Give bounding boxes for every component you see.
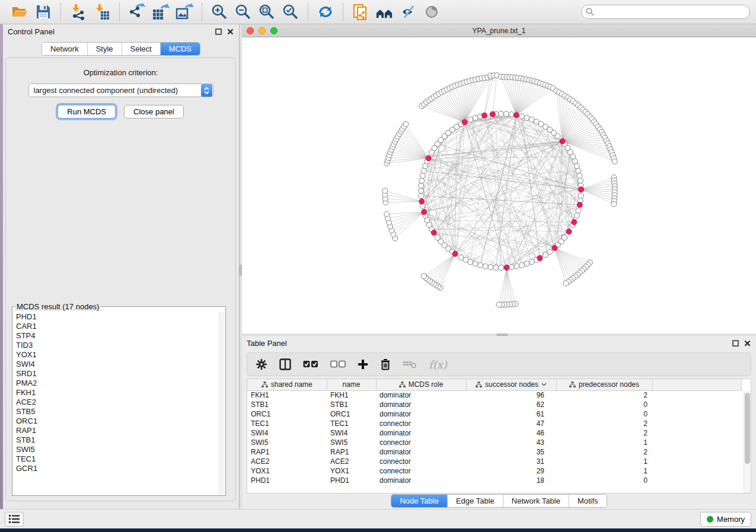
attribute-icon <box>399 382 406 387</box>
table-toolbar: f(x) <box>247 352 751 376</box>
col-mcds-role[interactable]: MCDS role <box>376 379 466 390</box>
deselect-all-icon[interactable] <box>330 360 346 368</box>
table-row[interactable]: ORC1ORC1dominator610 <box>247 409 741 419</box>
zoom-out-icon[interactable] <box>234 3 252 21</box>
export-network-icon[interactable] <box>128 3 146 21</box>
mcds-result-item[interactable]: SWI5 <box>16 445 218 454</box>
mcds-result-list[interactable]: PHD1CAR1STP4TID3YOX1SWI4SRD1PMA2FKH1ACE2… <box>13 312 218 494</box>
control-panel-title: Control Panel <box>8 27 55 36</box>
sort-descending-icon <box>541 383 547 386</box>
criterion-dropdown[interactable]: largest connected component (undirected) <box>28 84 213 97</box>
tab-style[interactable]: Style <box>87 43 122 55</box>
mcds-result-item[interactable]: TEC1 <box>16 454 218 464</box>
add-column-icon[interactable] <box>358 359 368 370</box>
zoom-in-icon[interactable] <box>210 3 228 21</box>
control-panel: Control Panel Network Style Select MCDS … <box>3 24 240 509</box>
col-predecessor-nodes[interactable]: predecessor nodes <box>556 379 652 390</box>
mcds-result-title: MCDS result (17 nodes) <box>15 302 101 311</box>
import-table-icon[interactable] <box>93 3 111 21</box>
zoom-selected-icon[interactable] <box>282 3 299 21</box>
node-table: shared name name MCDS role successor nod… <box>247 379 751 493</box>
network-title: YPA_prune.txt_1 <box>242 27 756 35</box>
col-filler <box>652 379 741 390</box>
search-input[interactable] <box>581 5 750 19</box>
task-history-icon[interactable] <box>5 512 24 527</box>
col-name[interactable]: name <box>327 379 376 390</box>
dropdown-stepper-icon <box>201 84 212 97</box>
delete-column-icon[interactable] <box>380 358 391 370</box>
criterion-value: largest connected component (undirected) <box>29 86 201 95</box>
mcds-result-item[interactable]: CAR1 <box>16 322 218 331</box>
refresh-icon[interactable] <box>317 3 334 21</box>
toolbar-separator <box>308 3 308 21</box>
export-image-icon[interactable] <box>176 3 193 21</box>
mcds-result-item[interactable]: FKH1 <box>16 388 218 398</box>
tab-network[interactable]: Network <box>42 43 87 55</box>
table-row[interactable]: STB1STB1dominator620 <box>247 400 741 409</box>
float-panel-icon[interactable] <box>214 27 222 36</box>
network-canvas[interactable] <box>242 37 756 334</box>
mcds-result-item[interactable]: TID3 <box>16 341 218 350</box>
mcds-result-item[interactable]: STP4 <box>16 331 218 341</box>
tab-network-table[interactable]: Network Table <box>503 495 569 507</box>
close-table-panel-icon[interactable] <box>743 339 751 347</box>
mcds-result-item[interactable]: RAP1 <box>16 426 218 435</box>
close-panel-button[interactable]: Close panel <box>124 105 184 118</box>
columns-icon[interactable] <box>279 358 291 370</box>
tab-motifs[interactable]: Motifs <box>569 495 607 507</box>
attribute-icon <box>476 382 482 387</box>
memory-button[interactable]: Memory <box>700 512 751 527</box>
tab-select[interactable]: Select <box>122 43 160 55</box>
delete-table-icon <box>403 360 417 369</box>
attribute-icon <box>569 382 576 387</box>
optimization-criterion-label: Optimization criterion: <box>6 68 235 77</box>
toolbar-separator <box>202 3 202 21</box>
new-network-from-selection-icon[interactable] <box>352 3 369 21</box>
tab-edge-table[interactable]: Edge Table <box>447 495 503 507</box>
mcds-result-groupbox: MCDS result (17 nodes) PHD1CAR1STP4TID3Y… <box>12 302 226 496</box>
show-graphics-details-icon[interactable] <box>423 3 441 21</box>
mcds-result-item[interactable]: PHD1 <box>16 312 218 322</box>
tab-mcds[interactable]: MCDS <box>160 43 200 55</box>
table-scrollbar[interactable] <box>744 391 751 493</box>
settings-gear-icon[interactable] <box>256 358 267 370</box>
table-row[interactable]: SWI4SWI4dominator462 <box>247 428 741 438</box>
mcds-result-item[interactable]: ACE2 <box>16 398 218 407</box>
mcds-result-item[interactable]: SRD1 <box>16 369 218 379</box>
close-panel-icon[interactable] <box>226 27 234 36</box>
export-table-icon[interactable] <box>152 3 170 21</box>
mcds-result-item[interactable]: YOX1 <box>16 350 218 360</box>
search-icon <box>586 8 594 16</box>
toolbar-separator <box>119 3 120 21</box>
table-row[interactable]: TEC1TEC1connector472 <box>247 419 741 428</box>
table-row[interactable]: SWI5SWI5connector431 <box>247 438 741 447</box>
tab-node-table[interactable]: Node Table <box>391 495 447 507</box>
toolbar-separator <box>60 3 61 21</box>
zoom-fit-icon[interactable] <box>258 3 276 21</box>
mcds-result-item[interactable]: STB1 <box>16 435 218 445</box>
mcds-list-scrollbar[interactable] <box>219 312 225 494</box>
table-row[interactable]: FKH1FKH1dominator962 <box>247 390 741 400</box>
mcds-result-item[interactable]: ORC1 <box>16 416 218 426</box>
import-network-icon[interactable] <box>69 3 87 21</box>
select-all-icon[interactable] <box>303 360 318 368</box>
table-row[interactable]: PHD1PHD1dominator180 <box>247 476 741 485</box>
table-row[interactable]: YOX1YOX1connector291 <box>247 466 741 476</box>
table-row[interactable]: ACE2ACE2connector311 <box>247 457 741 466</box>
col-successor-nodes[interactable]: successor nodes <box>466 379 556 390</box>
table-panel-title: Table Panel <box>247 339 287 348</box>
table-row[interactable]: RAP1RAP1dominator352 <box>247 447 741 457</box>
mcds-result-item[interactable]: STB5 <box>16 407 218 416</box>
network-graph <box>242 37 756 334</box>
mcds-result-item[interactable]: GCR1 <box>16 464 218 473</box>
first-neighbors-icon[interactable] <box>375 3 393 21</box>
mcds-result-item[interactable]: SWI4 <box>16 360 218 369</box>
float-table-panel-icon[interactable] <box>731 339 739 347</box>
open-file-icon[interactable] <box>11 3 28 21</box>
toolbar-separator <box>343 3 343 21</box>
col-shared-name[interactable]: shared name <box>247 379 327 390</box>
run-mcds-button[interactable]: Run MCDS <box>58 105 116 118</box>
hide-selected-icon[interactable] <box>399 3 417 21</box>
mcds-result-item[interactable]: PMA2 <box>16 379 218 388</box>
save-session-icon[interactable] <box>34 3 52 21</box>
